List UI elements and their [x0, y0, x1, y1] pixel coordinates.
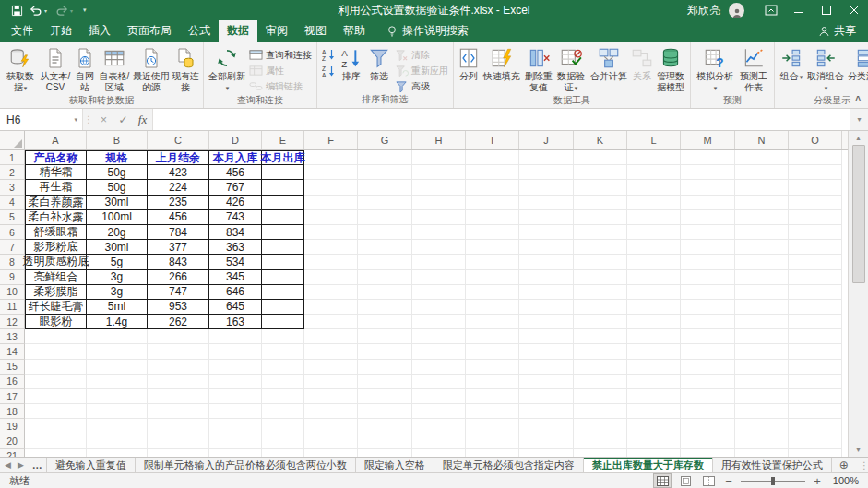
cell-C4[interactable]: 235: [148, 196, 209, 210]
advanced-filter-button[interactable]: 高级: [395, 79, 448, 93]
cell-E12[interactable]: [262, 315, 304, 329]
cell-J17[interactable]: [519, 389, 574, 404]
cell-I3[interactable]: [466, 180, 519, 195]
sheet-tab-sheet-3[interactable]: 限定输入空格: [356, 458, 434, 472]
cell-G9[interactable]: [358, 270, 412, 285]
cell-C13[interactable]: [148, 329, 209, 344]
cell-E5[interactable]: [262, 210, 304, 225]
cell-J5[interactable]: [519, 210, 574, 225]
cell-C11[interactable]: 953: [148, 300, 209, 315]
cell-N5[interactable]: [735, 210, 789, 225]
cell-G19[interactable]: [358, 419, 412, 434]
cell-O10[interactable]: [789, 285, 842, 300]
cell-D13[interactable]: [209, 329, 262, 344]
cell-C3[interactable]: 224: [148, 180, 209, 195]
cell-N15[interactable]: [735, 360, 789, 375]
cell-G12[interactable]: [358, 315, 412, 329]
consolidate-button[interactable]: 合并计算: [588, 44, 630, 83]
cell-B18[interactable]: [87, 404, 148, 419]
cell-M5[interactable]: [681, 210, 735, 225]
cell-A13[interactable]: [25, 329, 87, 344]
menu-tab-data[interactable]: 数据: [219, 20, 257, 42]
undo-button[interactable]: ▾: [27, 0, 52, 20]
cell-D14[interactable]: [209, 344, 262, 359]
cell-F14[interactable]: [304, 344, 358, 359]
cell-M13[interactable]: [681, 329, 735, 344]
cell-N8[interactable]: [735, 255, 789, 269]
zoom-in-button[interactable]: +: [812, 474, 823, 488]
cell-O4[interactable]: [789, 196, 842, 210]
cell-E8[interactable]: [262, 255, 304, 269]
cell-N9[interactable]: [735, 270, 789, 285]
cell-E18[interactable]: [262, 404, 304, 419]
cell-L3[interactable]: [627, 180, 681, 195]
cell-M16[interactable]: [681, 375, 735, 389]
cell-D19[interactable]: [209, 419, 262, 434]
tab-scroll-divider-icon[interactable]: ⋮: [856, 458, 868, 472]
cell-I16[interactable]: [466, 375, 519, 389]
cell-C1[interactable]: 上月结余: [148, 150, 209, 165]
cell-K21[interactable]: [574, 449, 627, 457]
cell-B15[interactable]: [87, 360, 148, 375]
cell-N6[interactable]: [735, 225, 789, 240]
sort-ascending-button[interactable]: AZ: [322, 48, 336, 62]
cell-L12[interactable]: [627, 315, 681, 329]
cell-J6[interactable]: [519, 225, 574, 240]
menu-tab-file[interactable]: 文件: [3, 20, 42, 42]
cell-B4[interactable]: 30ml: [87, 196, 148, 210]
cell-K13[interactable]: [574, 329, 627, 344]
cell-N7[interactable]: [735, 240, 789, 255]
cell-C19[interactable]: [148, 419, 209, 434]
cell-M15[interactable]: [681, 360, 735, 375]
cell-I2[interactable]: [466, 165, 519, 180]
cell-H6[interactable]: [412, 225, 466, 240]
cell-C7[interactable]: 377: [148, 240, 209, 255]
sheet-tab-sheet-4[interactable]: 限定单元格必须包含指定内容: [434, 458, 584, 472]
cell-H16[interactable]: [412, 375, 466, 389]
sheet-tab-sheet-2[interactable]: 限制单元格输入的产品价格必须包含两位小数: [136, 458, 356, 472]
cell-I7[interactable]: [466, 240, 519, 255]
cell-J12[interactable]: [519, 315, 574, 329]
column-header-H[interactable]: H: [412, 131, 466, 149]
cell-G10[interactable]: [358, 285, 412, 300]
save-button[interactable]: [8, 0, 26, 20]
cell-E20[interactable]: [262, 434, 304, 449]
cell-O13[interactable]: [789, 329, 842, 344]
cell-G17[interactable]: [358, 389, 412, 404]
cell-C5[interactable]: 456: [148, 210, 209, 225]
cell-I10[interactable]: [466, 285, 519, 300]
cell-J2[interactable]: [519, 165, 574, 180]
cell-M12[interactable]: [681, 315, 735, 329]
flash-fill-button[interactable]: 快速填充: [481, 44, 523, 83]
cell-I12[interactable]: [466, 315, 519, 329]
cell-M11[interactable]: [681, 300, 735, 315]
cell-G14[interactable]: [358, 344, 412, 359]
text-to-columns-button[interactable]: 分列: [457, 44, 481, 83]
cell-D5[interactable]: 743: [209, 210, 262, 225]
cell-K15[interactable]: [574, 360, 627, 375]
cell-M19[interactable]: [681, 419, 735, 434]
get-data-button[interactable]: 获取数据▾: [3, 44, 38, 94]
cell-G8[interactable]: [358, 255, 412, 269]
cell-M2[interactable]: [681, 165, 735, 180]
cell-B10[interactable]: 3g: [87, 285, 148, 300]
cell-H20[interactable]: [412, 434, 466, 449]
zoom-slider[interactable]: [741, 476, 805, 486]
cell-O7[interactable]: [789, 240, 842, 255]
cell-H1[interactable]: [412, 150, 466, 165]
cell-D10[interactable]: 646: [209, 285, 262, 300]
column-header-L[interactable]: L: [627, 131, 681, 149]
row-header-2[interactable]: 2: [0, 165, 25, 180]
cell-F2[interactable]: [304, 165, 358, 180]
cell-L1[interactable]: [627, 150, 681, 165]
cell-L5[interactable]: [627, 210, 681, 225]
scroll-up-icon[interactable]: ▲: [849, 131, 868, 145]
cell-A18[interactable]: [25, 404, 87, 419]
cell-C16[interactable]: [148, 375, 209, 389]
cell-K10[interactable]: [574, 285, 627, 300]
cell-B13[interactable]: [87, 329, 148, 344]
cell-G3[interactable]: [358, 180, 412, 195]
cell-D15[interactable]: [209, 360, 262, 375]
cell-O21[interactable]: [789, 449, 842, 457]
cell-N16[interactable]: [735, 375, 789, 389]
